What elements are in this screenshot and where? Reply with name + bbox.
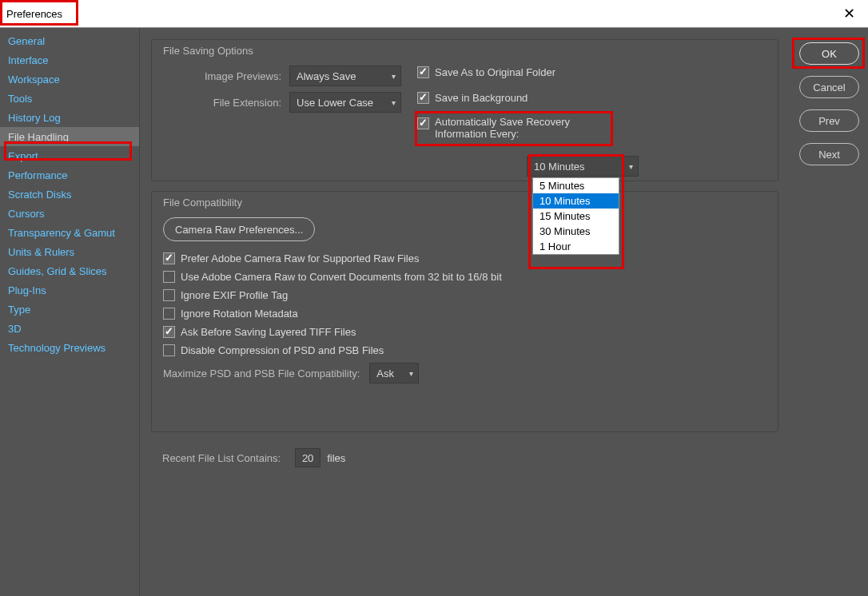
file-extension-label: File Extension: [193, 97, 289, 109]
auto-save-label-line2: Information Every: [435, 128, 520, 140]
auto-save-label: Automatically Save Recovery Information … [435, 116, 570, 140]
interval-option[interactable]: 5 Minutes [533, 178, 619, 193]
next-button[interactable]: Next [799, 143, 859, 165]
sidebar-item-guides-grid-slices[interactable]: Guides, Grid & Slices [0, 261, 139, 280]
group-label: File Saving Options [163, 45, 253, 57]
dialog-title: Preferences [6, 8, 62, 20]
sidebar-item-transparency-gamut[interactable]: Transparency & Gamut [0, 223, 139, 242]
preferences-sidebar: General Interface Workspace Tools Histor… [0, 28, 140, 596]
ignore-rotation-checkbox[interactable] [163, 308, 175, 320]
ask-tiff-label: Ask Before Saving Layered TIFF Files [181, 326, 356, 338]
sidebar-item-plug-ins[interactable]: Plug-Ins [0, 280, 139, 300]
sidebar-item-type[interactable]: Type [0, 300, 139, 319]
auto-save-interval-dropdown[interactable]: 5 Minutes 10 Minutes 15 Minutes 30 Minut… [532, 177, 619, 255]
auto-save-label-line1: Automatically Save Recovery [435, 116, 570, 128]
sidebar-item-technology-previews[interactable]: Technology Previews [0, 338, 139, 357]
file-extension-select[interactable]: Use Lower Case [289, 92, 401, 113]
recent-files-suffix: files [327, 452, 345, 464]
acr-convert-checkbox[interactable] [163, 271, 175, 283]
max-compat-select[interactable]: Ask [369, 363, 419, 383]
sidebar-item-3d[interactable]: 3D [0, 319, 139, 338]
recent-files-input[interactable] [295, 448, 321, 467]
ignore-rotation-label: Ignore Rotation Metadata [181, 308, 298, 320]
dialog-buttons: OK Cancel Prev Next [799, 42, 859, 165]
sidebar-item-general[interactable]: General [0, 31, 139, 50]
sidebar-item-file-handling[interactable]: File Handling [0, 127, 139, 146]
ask-tiff-checkbox[interactable] [163, 326, 175, 338]
interval-option[interactable]: 1 Hour [533, 239, 619, 254]
disable-psd-comp-label: Disable Compression of PSD and PSB Files [181, 344, 384, 356]
ignore-exif-label: Ignore EXIF Profile Tag [181, 289, 288, 301]
cancel-button[interactable]: Cancel [799, 76, 859, 98]
close-icon[interactable]: ✕ [838, 5, 860, 22]
sidebar-item-history-log[interactable]: History Log [0, 108, 139, 127]
title-bar: Preferences ✕ [0, 0, 868, 28]
interval-option[interactable]: 30 Minutes [533, 224, 619, 239]
prev-button[interactable]: Prev [799, 109, 859, 132]
sidebar-item-export[interactable]: Export [0, 146, 139, 165]
save-as-original-label: Save As to Original Folder [435, 66, 555, 78]
group-label-compat: File Compatibility [163, 197, 242, 209]
interval-option[interactable]: 15 Minutes [533, 209, 619, 224]
disable-psd-comp-checkbox[interactable] [163, 344, 175, 356]
sidebar-item-cursors[interactable]: Cursors [0, 204, 139, 223]
recent-files-label: Recent File List Contains: [162, 452, 289, 464]
save-in-bg-label: Save in Background [435, 92, 528, 104]
camera-raw-preferences-button[interactable]: Camera Raw Preferences... [163, 217, 315, 241]
sidebar-item-performance[interactable]: Performance [0, 165, 139, 185]
sidebar-item-interface[interactable]: Interface [0, 50, 139, 70]
save-in-bg-checkbox[interactable] [417, 92, 429, 104]
auto-save-checkbox[interactable] [417, 117, 429, 129]
content-panel: File Saving Options Image Previews: Alwa… [140, 28, 868, 596]
sidebar-item-scratch-disks[interactable]: Scratch Disks [0, 185, 139, 204]
prefer-acr-label: Prefer Adobe Camera Raw for Supported Ra… [181, 252, 419, 264]
max-compat-label: Maximize PSD and PSB File Compatibility: [163, 368, 369, 379]
prefer-acr-checkbox[interactable] [163, 252, 175, 264]
interval-option[interactable]: 10 Minutes [533, 193, 619, 209]
acr-convert-label: Use Adobe Camera Raw to Convert Document… [181, 271, 502, 283]
ok-button[interactable]: OK [799, 42, 859, 65]
save-as-original-checkbox[interactable] [417, 66, 429, 78]
group-file-saving: File Saving Options Image Previews: Alwa… [151, 39, 778, 181]
group-file-compatibility: File Compatibility Camera Raw Preference… [151, 191, 778, 432]
sidebar-item-tools[interactable]: Tools [0, 89, 139, 108]
sidebar-item-workspace[interactable]: Workspace [0, 70, 139, 89]
auto-save-interval-select[interactable]: 10 Minutes [527, 156, 639, 177]
image-previews-select[interactable]: Always Save [289, 66, 401, 86]
ignore-exif-checkbox[interactable] [163, 289, 175, 301]
sidebar-item-units-rulers[interactable]: Units & Rulers [0, 242, 139, 261]
image-previews-label: Image Previews: [193, 70, 289, 82]
